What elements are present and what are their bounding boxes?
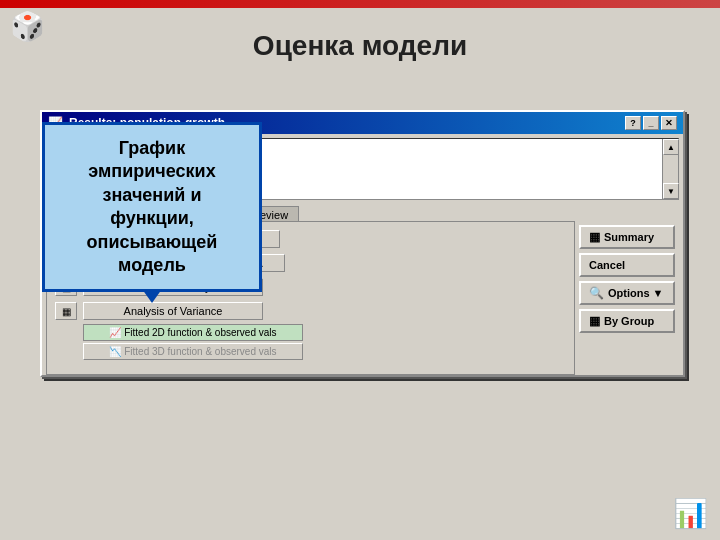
stats-icon: 📊 — [673, 497, 708, 530]
scroll-up-button[interactable]: ▲ — [663, 139, 679, 155]
callout-text: График эмпирических значений и функции, … — [87, 138, 218, 275]
minimize-button[interactable]: _ — [643, 116, 659, 130]
by-group-button[interactable]: ▦ By Group — [579, 309, 675, 333]
summary-btn-icon: ▦ — [589, 230, 600, 244]
anova-icon: ▦ — [55, 302, 77, 320]
options-btn-icon: 🔍 — [589, 286, 604, 300]
callout-arrow — [142, 289, 162, 303]
titlebar-buttons: ? _ ✕ — [625, 116, 677, 130]
output-scrollbar[interactable]: ▲ ▼ — [662, 139, 678, 199]
anova-row: ▦ Analysis of Variance 📈 Fitted 2D funct… — [55, 302, 566, 360]
options-button[interactable]: 🔍 Options ▼ — [579, 281, 675, 305]
scroll-thumb — [663, 155, 678, 183]
fitted-2d-button[interactable]: 📈 Fitted 2D function & observed vals — [83, 324, 303, 341]
close-button[interactable]: ✕ — [661, 116, 677, 130]
help-button[interactable]: ? — [625, 116, 641, 130]
summary-button[interactable]: ▦ Summary — [579, 225, 675, 249]
scroll-down-button[interactable]: ▼ — [663, 183, 679, 199]
options-btn-label: Options ▼ — [608, 287, 664, 299]
by-group-icon: ▦ — [589, 314, 600, 328]
top-bar — [0, 0, 720, 8]
analysis-of-variance-button[interactable]: Analysis of Variance — [83, 302, 263, 320]
right-panel: ▦ Summary Cancel 🔍 Options ▼ ▦ By Group — [579, 221, 679, 337]
by-group-btn-label: By Group — [604, 315, 654, 327]
fitted-3d-icon: 📉 — [109, 346, 121, 357]
cancel-button[interactable]: Cancel — [579, 253, 675, 277]
dice-icon: 🎲 — [10, 10, 45, 43]
page-title: Оценка модели — [0, 30, 720, 62]
cancel-btn-label: Cancel — [589, 259, 625, 271]
callout-box: График эмпирических значений и функции, … — [42, 122, 262, 292]
summary-btn-label: Summary — [604, 231, 654, 243]
fitted-3d-button[interactable]: 📉 Fitted 3D function & observed vals — [83, 343, 303, 360]
fitted-2d-icon: 📈 — [109, 327, 121, 338]
